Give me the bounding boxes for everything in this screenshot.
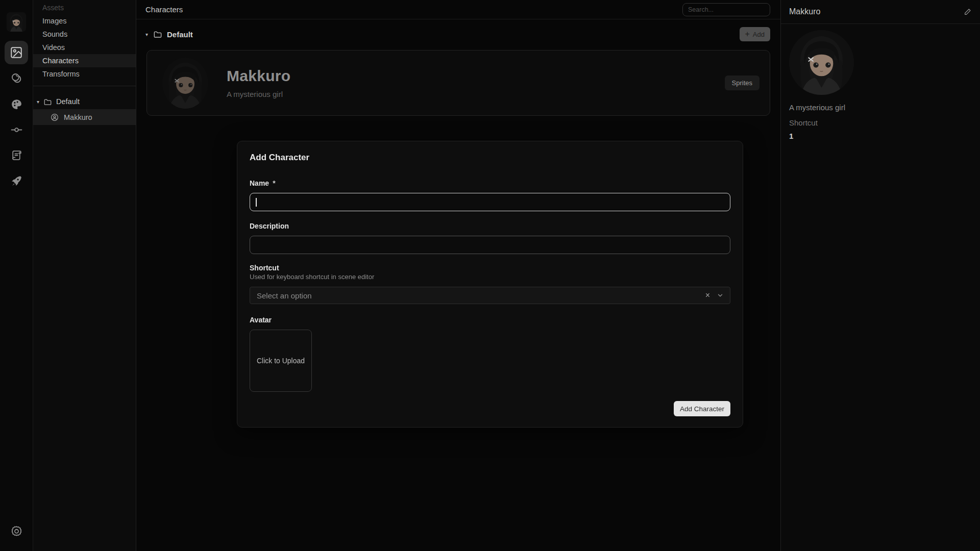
caret-down-icon[interactable]: ▾: [37, 99, 44, 105]
submit-add-character-button[interactable]: Add Character: [674, 401, 730, 416]
shortcut-label: Shortcut: [250, 264, 730, 272]
inspector-panel: Makkuro A mysterious girl Shortcut 1: [780, 0, 980, 551]
script-scroll-icon: [10, 149, 23, 162]
inspector-description: A mysterious girl: [789, 103, 972, 112]
inspector-shortcut-label: Shortcut: [789, 118, 972, 127]
page-title: Characters: [136, 5, 183, 14]
search-input[interactable]: [682, 3, 770, 16]
tree-item-makkuro[interactable]: Makkuro: [33, 109, 136, 125]
shortcut-help-text: Used for keyboard shortcut in scene edit…: [250, 273, 730, 281]
icon-rail: [0, 0, 33, 551]
character-description: A mysterious girl: [227, 90, 290, 98]
rail-launch-button[interactable]: [10, 174, 23, 187]
folder-icon: [44, 98, 52, 105]
rail-settings-button[interactable]: [10, 524, 23, 538]
inspector-header: Makkuro: [781, 0, 980, 24]
add-character-modal: Add Character Name * Description Shortcu…: [237, 141, 743, 428]
sidebar-item-characters[interactable]: Characters: [33, 54, 136, 67]
edit-pencil-icon[interactable]: [964, 8, 972, 16]
character-circle-icon: [51, 113, 59, 121]
inspector-body: A mysterious girl Shortcut 1: [781, 24, 980, 146]
tree-folder-label: Default: [56, 97, 80, 106]
inspector-shortcut-value: 1: [789, 132, 972, 140]
stickers-icon: [10, 72, 23, 85]
group-name: Default: [167, 30, 193, 39]
name-label-text: Name: [250, 179, 269, 187]
modal-footer: Add Character: [250, 401, 730, 416]
tree-folder-default[interactable]: ▾ Default: [33, 94, 136, 109]
text-caret: [256, 198, 257, 207]
rail-palette-button[interactable]: [10, 97, 23, 111]
caret-down-icon[interactable]: ▾: [145, 32, 154, 37]
character-card-avatar: [162, 58, 208, 109]
sidebar-item-images[interactable]: Images: [33, 14, 136, 28]
rail-stickers-button[interactable]: [10, 71, 23, 85]
rail-scripts-button[interactable]: [10, 148, 23, 162]
character-name: Makkuro: [227, 67, 290, 85]
shortcut-select[interactable]: Select an option ×: [250, 287, 730, 304]
name-label: Name *: [250, 179, 730, 187]
assets-sidebar: Assets Images Sounds Videos Characters T…: [33, 0, 136, 551]
rocket-icon: [10, 174, 23, 187]
description-field[interactable]: [250, 236, 730, 254]
description-label-text: Description: [250, 222, 289, 230]
main-header: Characters: [136, 0, 780, 19]
sidebar-section-assets: Assets: [33, 1, 136, 14]
required-asterisk: *: [273, 179, 275, 187]
sidebar-divider: [33, 86, 136, 86]
group-header-default: ▾ Default + Add: [136, 24, 780, 44]
character-tree: ▾ Default Makkuro: [33, 94, 136, 125]
rail-images-button[interactable]: [5, 41, 28, 64]
avatar-upload-dropzone[interactable]: Click to Upload: [250, 330, 312, 392]
modal-title: Add Character: [250, 153, 730, 163]
character-card-makkuro[interactable]: Makkuro A mysterious girl Sprites: [146, 50, 770, 116]
inspector-avatar: [789, 30, 854, 95]
avatar-label-text: Avatar: [250, 316, 272, 324]
description-label: Description: [250, 222, 730, 230]
tree-item-label: Makkuro: [64, 113, 92, 121]
settings-gear-icon: [10, 525, 23, 538]
inspector-title: Makkuro: [789, 7, 820, 16]
sidebar-item-videos[interactable]: Videos: [33, 41, 136, 54]
images-icon: [10, 46, 23, 59]
name-field[interactable]: [250, 193, 730, 211]
sidebar-item-transforms[interactable]: Transforms: [33, 67, 136, 81]
add-button-label: Add: [753, 31, 765, 38]
add-character-button[interactable]: + Add: [740, 27, 770, 41]
character-card-text: Makkuro A mysterious girl: [227, 67, 290, 98]
chevron-down-icon[interactable]: [717, 292, 724, 299]
sprites-button[interactable]: Sprites: [725, 76, 760, 90]
upload-label: Click to Upload: [257, 357, 305, 365]
plus-icon: +: [745, 30, 750, 38]
palette-icon: [10, 98, 23, 111]
select-icons: ×: [705, 291, 724, 299]
sidebar-item-sounds[interactable]: Sounds: [33, 28, 136, 41]
avatar-label: Avatar: [250, 316, 730, 324]
folder-icon: [154, 31, 162, 38]
shortcut-label-text: Shortcut: [250, 264, 279, 272]
project-avatar[interactable]: [7, 12, 26, 32]
rail-transforms-button[interactable]: [10, 123, 23, 136]
transform-node-icon: [10, 123, 23, 136]
clear-icon[interactable]: ×: [705, 291, 710, 299]
select-placeholder: Select an option: [257, 291, 312, 300]
